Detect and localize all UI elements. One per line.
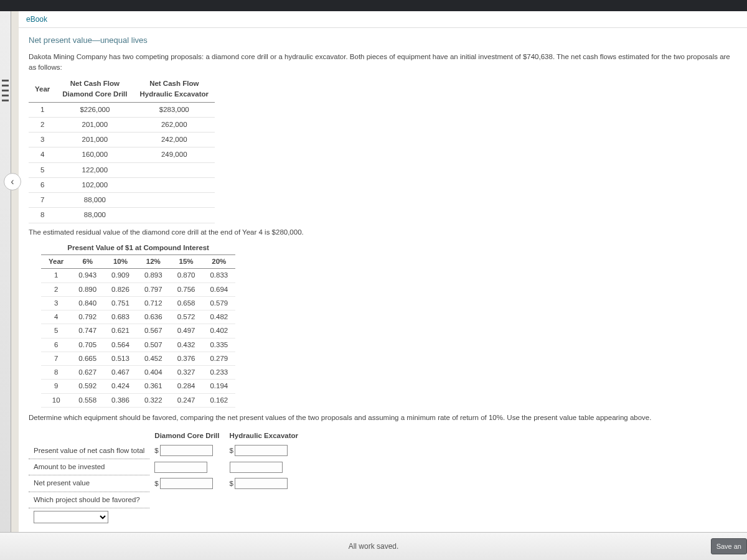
table-row: 80.6270.4670.4040.3270.233 [41, 366, 235, 380]
table-row: 5122,000 [29, 162, 215, 177]
table-row: 100.5580.3860.3220.2470.162 [41, 393, 235, 407]
input-pv-total-excavator[interactable] [235, 445, 288, 456]
table-row: 888,000 [29, 208, 215, 223]
input-invested-excavator[interactable] [230, 462, 283, 473]
table-row: 20.8900.8260.7970.7560.694 [41, 282, 235, 296]
table-row: 2201,000262,000 [29, 117, 215, 132]
table-row: 10.9430.9090.8930.8700.833 [41, 269, 235, 282]
cf-header-year: Year [29, 77, 56, 102]
cash-flow-table: Year Net Cash Flow Diamond Core Drill Ne… [29, 77, 215, 223]
table-row: 3201,000242,000 [29, 133, 215, 147]
status-saved: All work saved. [349, 542, 399, 551]
ebook-link[interactable]: eBook [19, 11, 747, 28]
answer-row-invested: Amount to be invested [29, 459, 149, 475]
table-row: 4160,000249,000 [29, 147, 215, 162]
question-text: Determine which equipment should be favo… [29, 413, 737, 423]
answer-row-npv: Net present value [29, 475, 149, 492]
table-row: 1$226,000$283,000 [29, 102, 215, 117]
present-value-table: Present Value of $1 at Compound Interest… [41, 241, 235, 408]
table-row: 60.7050.5640.5070.4320.335 [41, 338, 235, 352]
problem-title: Net present value—unequal lives [29, 34, 737, 47]
table-row: 70.6650.5130.4520.3760.279 [41, 352, 235, 365]
answer-grid: Diamond Core Drill Hydraulic Excavator P… [29, 429, 303, 526]
back-button[interactable]: ‹ [4, 173, 21, 190]
input-pv-total-drill[interactable] [160, 445, 213, 456]
table-row: 6102,000 [29, 177, 215, 192]
pv-caption: Present Value of $1 at Compound Interest [41, 241, 235, 255]
answer-row-pv-total: Present value of net cash flow total [29, 442, 149, 459]
input-npv-drill[interactable] [160, 478, 213, 489]
footer-bar: All work saved. Save an [0, 532, 747, 560]
left-nav-strip [0, 11, 11, 560]
table-row: 40.7920.6830.6360.5720.482 [41, 310, 235, 324]
answer-col-excavator: Hydraulic Excavator [225, 429, 304, 442]
table-row: 30.8400.7510.7120.6580.579 [41, 296, 235, 310]
table-row: 50.7470.6210.5670.4970.402 [41, 324, 235, 338]
app-topbar [0, 0, 747, 11]
cf-header-drill: Net Cash Flow Diamond Core Drill [56, 77, 133, 102]
input-npv-excavator[interactable] [235, 478, 288, 489]
chevron-left-icon: ‹ [11, 176, 14, 187]
answer-row-favored: Which project should be favored? [29, 492, 149, 508]
table-row: 90.5920.4240.3610.2840.194 [41, 380, 235, 393]
table-row: 788,000 [29, 193, 215, 208]
page-container: eBook Net present value—unequal lives Da… [19, 11, 747, 532]
save-and-exit-button[interactable]: Save an [711, 538, 747, 554]
answer-col-drill: Diamond Core Drill [149, 429, 224, 442]
residual-note: The estimated residual value of the diam… [29, 227, 737, 238]
cf-header-excavator: Net Cash Flow Hydraulic Excavator [133, 77, 215, 102]
input-invested-drill[interactable] [154, 462, 207, 473]
select-favored-project[interactable] [34, 511, 108, 523]
problem-intro: Dakota Mining Company has two competing … [29, 52, 737, 73]
